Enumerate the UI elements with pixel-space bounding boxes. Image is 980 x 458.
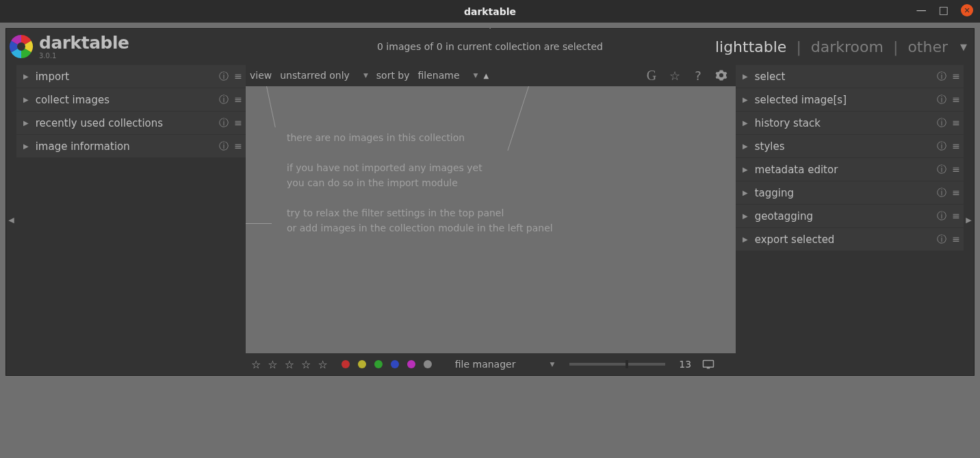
- sort-label: sort by: [376, 70, 410, 81]
- presets-icon[interactable]: ≡: [234, 117, 240, 129]
- color-label-red[interactable]: [341, 360, 350, 368]
- star-4-icon[interactable]: ☆: [301, 358, 311, 371]
- help-icon[interactable]: ?: [691, 68, 706, 83]
- filter-toolbar: view unstarred only ▼ sort by filename ▼…: [246, 64, 736, 86]
- display-profile-icon[interactable]: [702, 359, 714, 370]
- expand-icon: ▶: [743, 119, 748, 127]
- star-1-icon[interactable]: ☆: [251, 358, 261, 371]
- reset-icon[interactable]: ⓘ: [937, 210, 946, 222]
- module-recently-used-collections[interactable]: ▶ recently used collections ⓘ≡: [16, 112, 246, 135]
- module-metadata-editor[interactable]: ▶ metadata editor ⓘ≡: [736, 158, 964, 181]
- module-collect-images[interactable]: ▶ collect images ⓘ≡: [16, 88, 246, 112]
- star-2-icon[interactable]: ☆: [268, 358, 277, 371]
- sort-value: filename: [418, 70, 460, 81]
- color-label-filter: [341, 360, 432, 368]
- view-lighttable[interactable]: lighttable: [715, 38, 786, 55]
- module-geotagging[interactable]: ▶ geotagging ⓘ≡: [736, 205, 964, 228]
- layout-mode-value: file manager: [455, 359, 516, 370]
- module-image-information[interactable]: ▶ image information ⓘ≡: [16, 135, 246, 158]
- module-selected-images[interactable]: ▶ selected image[s] ⓘ≡: [736, 88, 964, 112]
- expand-icon: ▶: [743, 96, 748, 103]
- window-maximize-button[interactable]: □: [939, 4, 949, 16]
- reset-icon[interactable]: ⓘ: [219, 71, 229, 83]
- presets-icon[interactable]: ≡: [234, 94, 240, 106]
- module-label: history stack: [755, 117, 938, 129]
- window-minimize-button[interactable]: —: [916, 4, 927, 16]
- preferences-gear-icon[interactable]: [714, 69, 729, 81]
- app-logo-icon: [8, 33, 35, 60]
- window-close-button[interactable]: ✕: [961, 4, 973, 16]
- view-darkroom[interactable]: darkroom: [811, 38, 884, 55]
- reset-icon[interactable]: ⓘ: [219, 140, 229, 153]
- view-filter-label: view: [250, 70, 272, 81]
- module-tagging[interactable]: ▶ tagging ⓘ≡: [736, 181, 964, 205]
- hint-line: or add images in the collection module i…: [287, 220, 553, 236]
- reset-icon[interactable]: ⓘ: [219, 94, 229, 106]
- layout-mode-select[interactable]: file manager ▼: [455, 359, 555, 370]
- reset-icon[interactable]: ⓘ: [937, 94, 946, 106]
- expand-icon: ▶: [23, 119, 29, 127]
- left-panel-collapse-handle[interactable]: ◀: [6, 64, 16, 375]
- color-label-blue[interactable]: [391, 360, 399, 368]
- presets-icon[interactable]: ≡: [952, 164, 958, 176]
- chevron-down-icon: ▼: [550, 361, 554, 368]
- reset-icon[interactable]: ⓘ: [937, 164, 946, 176]
- reset-icon[interactable]: ⓘ: [937, 117, 946, 129]
- center-column: view unstarred only ▼ sort by filename ▼…: [246, 64, 736, 375]
- expand-icon: ▶: [743, 236, 748, 243]
- module-label: import: [36, 71, 220, 83]
- presets-icon[interactable]: ≡: [952, 94, 958, 106]
- overlay-star-icon[interactable]: ☆: [667, 68, 682, 83]
- color-label-green[interactable]: [374, 360, 383, 368]
- right-panel-collapse-handle[interactable]: ▶: [964, 64, 974, 375]
- slider-knob[interactable]: [626, 360, 628, 368]
- presets-icon[interactable]: ≡: [952, 71, 958, 83]
- reset-icon[interactable]: ⓘ: [937, 140, 946, 153]
- module-export-selected[interactable]: ▶ export selected ⓘ≡: [736, 228, 964, 251]
- hint-line: you can do so in the import module: [287, 175, 553, 190]
- reset-icon[interactable]: ⓘ: [937, 71, 946, 83]
- chevron-down-icon: ▼: [363, 72, 368, 79]
- module-label: collect images: [36, 94, 220, 106]
- star-3-icon[interactable]: ☆: [285, 358, 294, 371]
- app-header: darktable 3.0.1 0 images of 0 in current…: [6, 29, 974, 64]
- hint-line: if you have not imported any images yet: [287, 160, 553, 175]
- star-rating-filter: ☆ ☆ ☆ ☆ ☆: [251, 358, 328, 371]
- color-label-yellow[interactable]: [358, 360, 366, 368]
- view-other[interactable]: other: [907, 38, 948, 55]
- empty-collection-hint: there are no images in this collection i…: [287, 130, 553, 251]
- sort-direction-button[interactable]: ▲: [484, 72, 489, 79]
- timeline-strip[interactable]: [5, 376, 975, 453]
- chevron-down-icon[interactable]: ▼: [960, 42, 967, 52]
- presets-icon[interactable]: ≡: [952, 117, 958, 129]
- sort-select[interactable]: filename ▼: [418, 70, 478, 81]
- module-select[interactable]: ▶ select ⓘ≡: [736, 65, 964, 88]
- view-filter-value: unstarred only: [280, 70, 350, 81]
- color-label-grey[interactable]: [424, 360, 432, 368]
- reset-icon[interactable]: ⓘ: [219, 117, 229, 129]
- presets-icon[interactable]: ≡: [234, 71, 240, 83]
- presets-icon[interactable]: ≡: [234, 140, 240, 153]
- module-label: metadata editor: [755, 164, 938, 176]
- reset-icon[interactable]: ⓘ: [937, 187, 946, 199]
- expand-icon: ▶: [743, 142, 748, 150]
- reset-icon[interactable]: ⓘ: [937, 233, 946, 246]
- star-5-icon[interactable]: ☆: [318, 358, 327, 371]
- presets-icon[interactable]: ≡: [952, 233, 958, 246]
- grouping-icon[interactable]: G: [644, 68, 659, 84]
- main-area: ◀ ▶ import ⓘ≡ ▶ collect images ⓘ≡ ▶ rece…: [6, 64, 974, 375]
- presets-icon[interactable]: ≡: [952, 140, 958, 153]
- thumbnail-zoom-slider[interactable]: [569, 363, 665, 366]
- module-styles[interactable]: ▶ styles ⓘ≡: [736, 135, 964, 158]
- view-switcher: lighttable | darkroom | other ▼: [715, 38, 967, 55]
- bottom-toolbar: ☆ ☆ ☆ ☆ ☆ file manager ▼: [246, 353, 736, 375]
- presets-icon[interactable]: ≡: [952, 187, 958, 199]
- color-label-purple[interactable]: [407, 360, 415, 368]
- module-history-stack[interactable]: ▶ history stack ⓘ≡: [736, 112, 964, 135]
- module-import[interactable]: ▶ import ⓘ≡: [16, 65, 246, 88]
- expand-icon: ▶: [743, 73, 748, 80]
- thumbnail-canvas[interactable]: there are no images in this collection i…: [246, 86, 736, 353]
- presets-icon[interactable]: ≡: [952, 210, 958, 222]
- view-filter-select[interactable]: unstarred only ▼: [280, 70, 368, 81]
- left-panel: ▶ import ⓘ≡ ▶ collect images ⓘ≡ ▶ recent…: [16, 64, 246, 375]
